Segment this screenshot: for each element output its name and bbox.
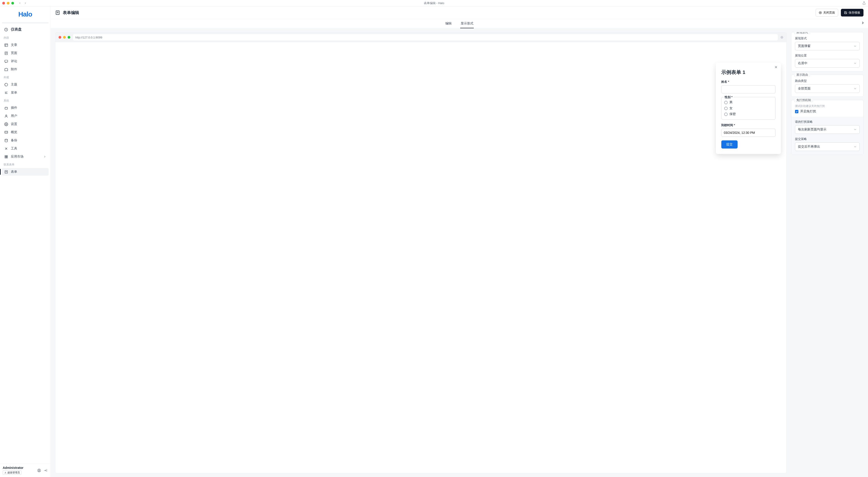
sidebar-item-users[interactable]: 用户	[2, 112, 49, 120]
sidebar-item-dashboard[interactable]: 仪表盘	[2, 25, 49, 34]
close-icon[interactable]	[774, 65, 778, 69]
sidebar-item-label: 页面	[11, 51, 17, 55]
gender-option-male[interactable]: 男	[724, 99, 773, 106]
sidebar-item-plugins[interactable]: 插件	[2, 104, 49, 112]
sidebar-item-overview[interactable]: 概览	[2, 128, 49, 136]
gender-option-secret[interactable]: 保密	[724, 111, 773, 117]
sidebar-item-forms[interactable]: 表单	[2, 168, 49, 176]
preview-traffic-lights	[59, 36, 70, 39]
sidebar: Halo 仪表盘 内容 文章 页面 评论 附件	[0, 6, 51, 477]
chevron-right-icon	[43, 155, 46, 158]
profile-icon[interactable]	[37, 468, 41, 473]
zoom-window-dot[interactable]	[11, 2, 14, 4]
svg-rect-9	[5, 60, 8, 62]
brand-logo: Halo	[18, 10, 32, 18]
select-value: 提交后不再弹出	[798, 145, 820, 149]
svg-rect-21	[6, 155, 7, 156]
sidebar-item-backup[interactable]: 备份	[2, 137, 49, 144]
preview-red-dot	[59, 36, 61, 39]
sidebar-item-settings[interactable]: 设置	[2, 120, 49, 128]
sidebar-item-market[interactable]: 应用市场	[2, 153, 49, 160]
close-window-dot[interactable]	[2, 2, 5, 4]
display-position-select[interactable]: 右居中	[795, 59, 860, 68]
dnd-card: 免打扰机制 测试阶段建议关闭免打扰 开启免打扰 请勿打扰策略 每次刷新页面均显示	[791, 100, 864, 155]
users-icon	[4, 114, 8, 118]
radio-label: 男	[730, 100, 733, 105]
sidebar-item-tools[interactable]: 工具	[2, 145, 49, 152]
svg-rect-20	[5, 155, 6, 156]
sidebar-item-label: 应用市场	[11, 155, 24, 159]
save-template-button[interactable]: 保存模板	[841, 9, 864, 17]
preview-green-dot	[68, 36, 70, 39]
tab-display[interactable]: 显示形式	[460, 22, 474, 28]
minimize-window-dot[interactable]	[7, 2, 9, 4]
plugins-icon	[4, 106, 8, 110]
sidebar-item-menus[interactable]: 菜单	[2, 89, 49, 96]
backup-icon	[4, 138, 8, 142]
close-circle-icon	[819, 11, 822, 14]
sidebar-item-comments[interactable]: 评论	[2, 57, 49, 65]
current-user-name: Administrator	[3, 466, 35, 470]
checkbox-icon	[795, 110, 798, 113]
browser-body: 示例表单 1 姓名 * 性别 * 男 女 保密 到校时间 * 提交	[55, 42, 786, 473]
posts-icon	[4, 43, 8, 47]
svg-point-29	[39, 470, 40, 471]
display-mode-label: 展现形式	[795, 36, 860, 40]
tab-edit[interactable]: 编辑	[445, 22, 452, 28]
logout-icon[interactable]	[43, 468, 48, 473]
market-icon	[4, 155, 8, 159]
sidebar-footer: Administrator 超级管理员	[0, 464, 51, 477]
sidebar-item-pages[interactable]: 页面	[2, 49, 49, 57]
sidebar-item-label: 工具	[11, 147, 17, 151]
arrival-input[interactable]	[721, 129, 776, 137]
submit-policy-select[interactable]: 提交后不再弹出	[795, 142, 860, 151]
role-icon	[4, 472, 6, 474]
display-mode-select[interactable]: 页面弹窗	[795, 42, 860, 51]
chevron-down-icon	[854, 145, 857, 148]
window-title: 表单编辑 - Halo	[424, 1, 444, 5]
config-panel: 展现形式 展现形式 页面弹窗 展现位置 右居中	[791, 32, 864, 473]
share-icon[interactable]	[862, 1, 866, 5]
group-label-appearance: 外观	[2, 74, 49, 80]
sidebar-item-themes[interactable]: 主题	[2, 81, 49, 88]
svg-rect-22	[5, 157, 6, 158]
radio-label: 保密	[730, 112, 736, 116]
forward-arrow-icon[interactable]	[24, 2, 27, 4]
svg-point-27	[5, 472, 6, 473]
preview-yellow-dot	[63, 36, 66, 39]
close-page-button[interactable]: 关闭页面	[815, 9, 838, 17]
name-input[interactable]	[721, 85, 776, 93]
submit-button[interactable]: 提交	[721, 140, 738, 149]
gender-legend: 性别 *	[724, 95, 734, 99]
gender-radio-group: 性别 * 男 女 保密	[721, 97, 776, 120]
back-arrow-icon[interactable]	[19, 2, 21, 4]
chevron-down-icon	[854, 87, 857, 90]
sidebar-item-label: 仪表盘	[11, 27, 22, 32]
forms-icon	[4, 170, 8, 174]
card-title: 展示路由	[794, 73, 810, 77]
arrival-label: 到校时间 *	[721, 123, 776, 127]
overview-icon	[4, 130, 8, 134]
svg-rect-23	[6, 157, 7, 158]
route-type-select[interactable]: 全部页面	[795, 84, 860, 93]
address-bar[interactable]: http://127.0.0.1:8099	[73, 34, 778, 40]
radio-icon	[724, 113, 727, 116]
sidebar-item-attachments[interactable]: 附件	[2, 65, 49, 73]
sidebar-item-label: 用户	[11, 114, 17, 118]
dnd-checkbox-row[interactable]: 开启免打扰	[795, 110, 860, 114]
sidebar-item-posts[interactable]: 文章	[2, 41, 49, 49]
dnd-policy-select[interactable]: 每次刷新页面均显示	[795, 125, 860, 134]
radio-icon	[724, 101, 727, 104]
radio-icon	[724, 107, 727, 110]
svg-point-15	[5, 115, 7, 116]
sidebar-item-label: 设置	[11, 122, 17, 126]
button-label: 关闭页面	[823, 11, 835, 15]
page-title: 表单编辑	[63, 10, 79, 16]
address-text: http://127.0.0.1:8099	[75, 36, 102, 39]
window-titlebar: 表单编辑 - Halo	[0, 0, 868, 6]
sidebar-item-label: 备份	[11, 138, 17, 142]
collapse-panel-icon[interactable]	[861, 21, 865, 25]
radio-label: 女	[730, 106, 733, 110]
save-icon	[844, 11, 847, 14]
gender-option-female[interactable]: 女	[724, 106, 773, 111]
